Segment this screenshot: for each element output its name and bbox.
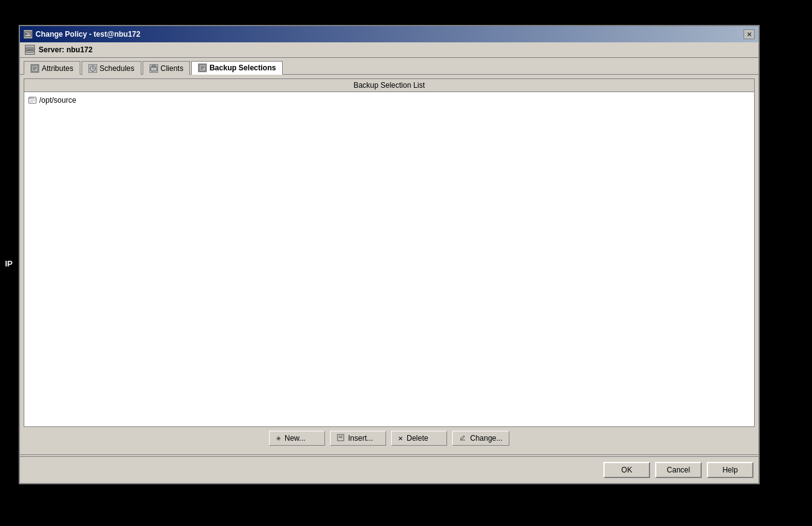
separator (20, 454, 758, 455)
insert-button[interactable]: Insert... (330, 431, 386, 446)
delete-icon: ✕ (398, 435, 403, 442)
svg-point-23 (32, 98, 34, 99)
svg-rect-5 (27, 49, 33, 50)
change-button-label: Change... (470, 434, 503, 443)
clients-tab-icon (149, 64, 158, 73)
dialog-title: Change Policy - test@nbu172 (35, 30, 140, 39)
main-content: Backup Selection List (20, 75, 758, 453)
server-icon (25, 45, 35, 55)
svg-rect-4 (26, 47, 34, 52)
change-button[interactable]: Change... (452, 431, 509, 446)
tab-attributes[interactable]: Attributes (24, 61, 80, 75)
bottom-bar: OK Cancel Help (20, 456, 758, 483)
schedules-tab-icon (88, 64, 97, 73)
tab-backup-selections[interactable]: Backup Selections (191, 61, 283, 75)
attributes-tab-icon (31, 64, 39, 73)
list-body: /opt/source (24, 92, 754, 423)
title-bar: Change Policy - test@nbu172 ✕ (20, 26, 758, 42)
title-bar-left: Change Policy - test@nbu172 (24, 30, 140, 39)
svg-rect-24 (30, 100, 35, 101)
backup-selection-list-panel: Backup Selection List (24, 78, 755, 427)
svg-rect-25 (30, 101, 33, 102)
help-button[interactable]: Help (707, 462, 753, 478)
backup-selections-tab-icon (198, 63, 207, 72)
tab-backup-selections-label: Backup Selections (209, 63, 276, 72)
close-button[interactable]: ✕ (744, 29, 755, 39)
tabs-bar: Attributes Schedules Clients (20, 58, 758, 75)
tab-clients-label: Clients (161, 64, 184, 73)
ok-button[interactable]: OK (603, 462, 650, 478)
tab-attributes-label: Attributes (42, 64, 73, 73)
tab-schedules[interactable]: Schedules (82, 61, 141, 75)
svg-rect-1 (26, 33, 27, 35)
new-button-label: New... (285, 434, 305, 443)
delete-button-label: Delete (407, 434, 428, 443)
tab-clients[interactable]: Clients (143, 61, 191, 75)
new-button[interactable]: ✳ New... (269, 431, 325, 446)
file-icon (28, 96, 37, 105)
insert-icon (337, 434, 344, 443)
server-bar: Server: nbu172 (20, 42, 758, 58)
svg-point-21 (29, 98, 31, 99)
cancel-button[interactable]: Cancel (655, 462, 702, 478)
dialog-window: Change Policy - test@nbu172 ✕ Server: nb… (19, 25, 760, 484)
new-icon: ✳ (276, 435, 281, 442)
tab-schedules-label: Schedules (100, 64, 135, 73)
svg-rect-6 (27, 50, 33, 52)
list-item[interactable]: /opt/source (24, 95, 754, 106)
action-button-bar: ✳ New... Insert... ✕ Delete (24, 427, 755, 449)
svg-point-22 (31, 98, 32, 99)
delete-button[interactable]: ✕ Delete (391, 431, 447, 446)
insert-button-label: Insert... (348, 434, 373, 443)
change-icon (459, 434, 466, 443)
list-item-path: /opt/source (39, 96, 76, 105)
ip-background-label: IP (5, 258, 12, 268)
list-header: Backup Selection List (24, 79, 754, 92)
server-label: Server: nbu172 (39, 45, 93, 54)
svg-line-13 (93, 68, 94, 69)
title-icon (24, 30, 32, 39)
